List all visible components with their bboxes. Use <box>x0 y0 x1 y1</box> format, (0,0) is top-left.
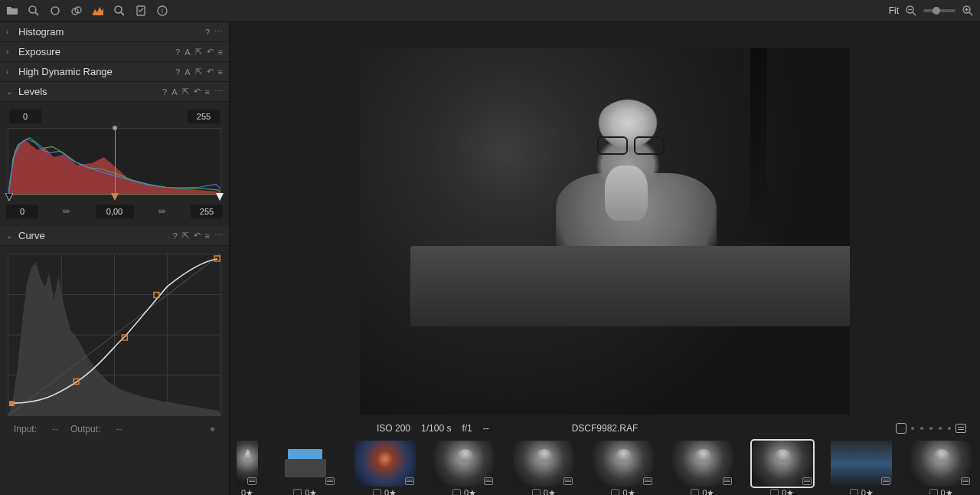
zoom-fit-label[interactable]: Fit <box>889 5 899 16</box>
main-toolbar: i Fit <box>0 0 980 22</box>
thumbnail[interactable]: 0★….RAF <box>234 441 260 495</box>
menu-icon[interactable]: ≡ <box>205 231 210 241</box>
reset-icon[interactable]: ↶ <box>194 87 201 97</box>
auto-icon[interactable]: A <box>172 87 177 97</box>
panel-header-exposure[interactable]: › Exposure ? A ⇱ ↶ ≡ <box>0 42 229 62</box>
panel-header-hdr[interactable]: › High Dynamic Range ? A ⇱ ↶ ≡ <box>0 62 229 82</box>
help-icon[interactable]: ? <box>175 67 180 77</box>
thumbnail[interactable]: 0★DSCF...84.RAF <box>906 441 975 495</box>
more-icon[interactable]: ⋯ <box>214 87 223 97</box>
levels-black-handle[interactable] <box>5 193 13 202</box>
help-icon[interactable]: ? <box>175 48 180 57</box>
thumbnail-rating[interactable]: 0★ <box>305 488 317 495</box>
copy-icon[interactable]: ⇱ <box>195 67 202 77</box>
reset-icon[interactable]: ↶ <box>194 231 201 241</box>
menu-icon[interactable]: ≡ <box>205 87 210 97</box>
search-tool-icon[interactable] <box>113 5 126 17</box>
zoom-out-icon[interactable] <box>905 5 917 17</box>
panel-header-levels[interactable]: ⌄ Levels ? A ⇱ ↶ ≡ ⋯ <box>0 82 229 102</box>
auto-icon[interactable]: A <box>185 48 190 57</box>
thumbnail[interactable]: 0★DSCF...78.RAF <box>430 441 499 495</box>
variant-list-icon[interactable] <box>956 424 966 433</box>
folder-icon[interactable] <box>6 5 18 17</box>
levels-mid-handle[interactable] <box>111 193 119 202</box>
menu-icon[interactable]: ≡ <box>218 48 223 57</box>
image-canvas[interactable] <box>230 22 980 418</box>
thumbnail-checkbox[interactable] <box>373 489 381 495</box>
adjustments-icon[interactable] <box>92 5 104 17</box>
rating-dots[interactable] <box>911 427 951 430</box>
variant-badge-icon <box>484 477 493 485</box>
info-icon[interactable]: i <box>156 5 168 17</box>
eyedropper-black-icon[interactable]: ✏ <box>63 206 70 217</box>
thumbnail[interactable]: 0★DSCF...80.RAF <box>589 441 658 495</box>
thumbnail-meta: 0★ <box>373 488 397 495</box>
panel-header-histogram[interactable]: › Histogram ? ⋯ <box>0 22 229 42</box>
panel-header-curve[interactable]: ⌄ Curve ? ⇱ ↶ ≡ ⋯ <box>0 226 229 246</box>
help-icon[interactable]: ? <box>172 231 177 241</box>
copy-icon[interactable]: ⇱ <box>182 231 189 241</box>
copy-icon[interactable]: ⇱ <box>195 47 202 57</box>
panel-title: Curve <box>18 230 172 241</box>
thumbnail-checkbox[interactable] <box>929 489 938 495</box>
more-icon[interactable]: ⋯ <box>214 27 223 37</box>
auto-icon[interactable]: A <box>185 67 190 77</box>
thumbnail-checkbox[interactable] <box>691 489 699 495</box>
thumbnail[interactable]: 0★DSCF...83.RAF <box>827 441 896 495</box>
panel-title: High Dynamic Range <box>18 66 175 77</box>
help-icon[interactable]: ? <box>162 87 167 97</box>
thumbnail-meta: 0★ <box>770 488 794 495</box>
thumbnail-rating[interactable]: 0★ <box>241 488 253 495</box>
curve-input-label: Input: <box>14 424 37 434</box>
levels-mid-top-handle[interactable] <box>113 126 117 130</box>
circle-icon[interactable] <box>49 5 61 17</box>
curve-picker-icon[interactable]: ⌖ <box>210 424 215 434</box>
thumbnail-rating[interactable]: 0★ <box>464 488 476 495</box>
thumbnail[interactable]: 0★DSCF9977.RAF <box>351 441 420 495</box>
variant-badge-icon <box>325 477 335 485</box>
thumbnail[interactable]: 0★DSCF...82.RAF <box>748 441 817 495</box>
copy-icon[interactable]: ⇱ <box>182 87 189 97</box>
thumbnail-checkbox[interactable] <box>452 489 461 495</box>
levels-white-input[interactable] <box>188 110 220 123</box>
thumbnail[interactable]: 0★DSCF...79.RAF <box>509 441 578 495</box>
clipboard-icon[interactable] <box>135 5 147 17</box>
reset-icon[interactable]: ↶ <box>207 67 214 77</box>
menu-icon[interactable]: ≡ <box>218 67 223 77</box>
svg-line-6 <box>121 12 124 15</box>
zoom-in-icon[interactable] <box>962 5 974 17</box>
info-iso: ISO 200 <box>377 423 410 434</box>
magnify-icon[interactable] <box>28 5 40 17</box>
eyedropper-white-icon[interactable]: ✏ <box>158 206 166 217</box>
thumbnail-checkbox[interactable] <box>293 489 302 495</box>
thumbnail-rating[interactable]: 0★ <box>544 488 556 495</box>
thumbnail-rating[interactable]: 0★ <box>861 488 874 495</box>
thumbnail-rating[interactable]: 0★ <box>384 488 397 495</box>
thumbnail-rating[interactable]: 0★ <box>941 488 953 495</box>
levels-black-input[interactable] <box>9 110 41 123</box>
thumbnail-rating[interactable]: 0★ <box>622 488 635 495</box>
thumbnail-rating[interactable]: 0★ <box>782 488 794 495</box>
color-tag-box[interactable] <box>896 423 906 434</box>
help-icon[interactable]: ? <box>205 28 210 37</box>
thumbnail-checkbox[interactable] <box>532 489 541 495</box>
levels-white-handle[interactable] <box>216 193 224 202</box>
curve-editor[interactable] <box>8 254 221 416</box>
thumbnail-rating[interactable]: 0★ <box>702 488 714 495</box>
variant-badge-icon <box>961 477 970 485</box>
thumbnail[interactable]: 0★DSCF...76.RAF <box>271 441 340 495</box>
thumbnail-checkbox[interactable] <box>611 489 619 495</box>
thumbnail[interactable]: 0★DSCF...81.RAF <box>668 441 737 495</box>
reset-icon[interactable]: ↶ <box>207 47 214 57</box>
thumbnail-checkbox[interactable] <box>770 489 779 495</box>
chevron-right-icon: › <box>6 28 14 36</box>
levels-out-black-input[interactable] <box>6 205 38 218</box>
rings-icon[interactable] <box>70 5 83 17</box>
thumbnail-meta: 0★ <box>929 488 953 495</box>
levels-out-mid-input[interactable] <box>96 205 134 218</box>
zoom-slider[interactable] <box>923 9 956 12</box>
levels-histogram[interactable] <box>8 128 221 195</box>
thumbnail-checkbox[interactable] <box>850 489 858 495</box>
more-icon[interactable]: ⋯ <box>214 231 223 241</box>
levels-out-white-input[interactable] <box>191 205 223 218</box>
